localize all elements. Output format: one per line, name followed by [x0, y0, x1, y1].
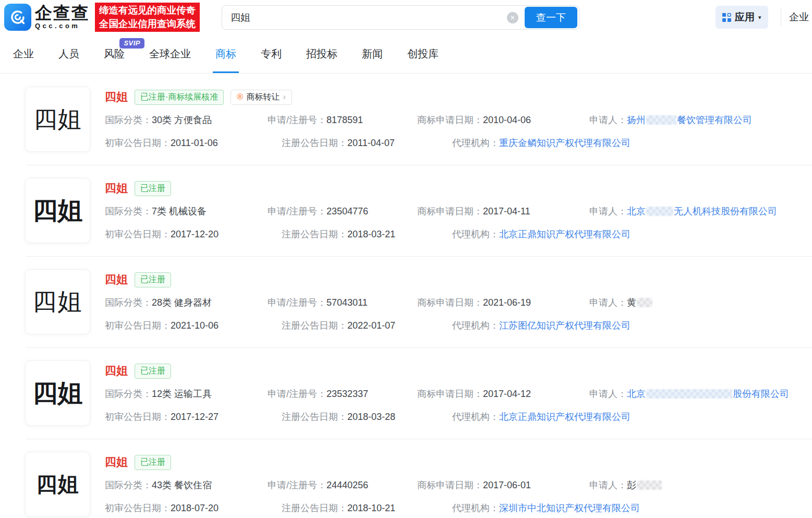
reg-no-value: 23504776	[326, 206, 368, 216]
apps-label: 应用	[735, 10, 755, 24]
agent-label: 代理机构：	[452, 412, 499, 422]
trademark-transfer-button[interactable]: ® 商标转让 ›	[231, 90, 292, 105]
applicant-name: 黄	[627, 297, 653, 308]
applicant-label: 申请人：	[589, 480, 627, 490]
trademark-result-row: 四姐 四姐 已注册 国际分类：43类 餐饮住宿 申请/注册号：24440256 …	[0, 439, 812, 518]
intl-class-label: 国际分类：	[105, 297, 152, 308]
applicant-link[interactable]: 扬州餐饮管理有限公司	[627, 115, 752, 125]
first-pub-value: 2021-10-06	[171, 320, 219, 331]
trademark-image[interactable]: 四姐	[25, 452, 90, 517]
brand-text: 企查查 Qcc.com	[35, 4, 90, 30]
trademark-info: 四姐 已注册 国际分类：28类 健身器材 申请/注册号：57043011 商标申…	[105, 272, 812, 332]
first-pub-label: 初审公告日期：	[105, 412, 171, 422]
search-input[interactable]	[222, 12, 507, 23]
first-pub-value: 2011-01-06	[171, 138, 218, 148]
agent-link[interactable]: 江苏图亿知识产权代理有限公司	[499, 320, 631, 331]
intl-class-value: 12类 运输工具	[152, 389, 212, 399]
trademark-title[interactable]: 四姐	[105, 363, 128, 379]
tab-vc[interactable]: 创投库	[407, 34, 439, 73]
apply-date-label: 商标申请日期：	[417, 115, 483, 125]
first-pub-label: 初审公告日期：	[105, 138, 171, 148]
tab-trademark[interactable]: 商标	[215, 34, 236, 73]
reg-pub-label: 注册公告日期：	[282, 412, 347, 422]
search-box: ✕ 查一下	[222, 5, 579, 30]
brand-name: 企查查	[35, 4, 90, 22]
slogan-banner: 缔造有远见的商业传奇 全国企业信用查询系统	[95, 3, 200, 32]
status-badge: 已注册	[135, 272, 171, 287]
apply-date-value: 2017-06-01	[483, 480, 531, 490]
chevron-down-icon: ▾	[758, 14, 761, 21]
reg-no-label: 申请/注册号：	[268, 480, 326, 490]
trademark-title[interactable]: 四姐	[105, 180, 128, 196]
trademark-image[interactable]: 四姐	[25, 178, 90, 243]
tab-risk[interactable]: 风险 SVIP	[104, 34, 125, 73]
tab-people[interactable]: 人员	[58, 34, 79, 73]
reg-pub-value: 2018-10-21	[347, 503, 395, 513]
trademark-result-row: 四姐 四姐 已注册 国际分类：12类 运输工具 申请/注册号：23532337 …	[0, 347, 812, 439]
first-pub-label: 初审公告日期：	[105, 320, 171, 331]
reg-no-value: 8178591	[326, 115, 363, 125]
trademark-result-row: 四姐 四姐 已注册 国际分类：7类 机械设备 申请/注册号：23504776 商…	[0, 165, 812, 256]
qcc-logo-icon	[4, 4, 31, 31]
tab-global-enterprise[interactable]: 全球企业	[149, 34, 191, 73]
agent-link[interactable]: 北京正鼎知识产权代理有限公司	[499, 412, 631, 422]
trademark-info: 四姐 已注册 国际分类：7类 机械设备 申请/注册号：23504776 商标申请…	[105, 180, 812, 240]
apply-date-value: 2021-06-19	[483, 297, 531, 308]
trademark-title[interactable]: 四姐	[105, 272, 128, 287]
registered-icon: ®	[237, 92, 243, 102]
trademark-image[interactable]: 四姐	[25, 360, 90, 426]
redacted-text	[646, 389, 732, 399]
redacted-text	[646, 115, 676, 125]
trademark-title[interactable]: 四姐	[105, 89, 128, 105]
trademark-image[interactable]: 四姐	[25, 87, 90, 152]
qcc-logo[interactable]: 企查查 Qcc.com	[4, 4, 90, 31]
search-button[interactable]: 查一下	[525, 7, 577, 28]
redacted-text	[637, 298, 652, 307]
tab-bidding[interactable]: 招投标	[306, 34, 337, 73]
reg-pub-value: 2011-04-07	[347, 138, 395, 148]
applicant-label: 申请人：	[589, 115, 627, 125]
first-pub-value: 2017-12-27	[171, 412, 219, 422]
reg-pub-value: 2022-01-07	[347, 320, 395, 331]
agent-link[interactable]: 北京正鼎知识产权代理有限公司	[499, 229, 631, 239]
trademark-result-row: 四姐 四姐 已注册·商标续展核准 ® 商标转让 › 国际分类：30类 方便食品 …	[0, 74, 812, 165]
applicant-link[interactable]: 北京无人机科技股份有限公司	[627, 206, 777, 216]
intl-class-value: 7类 机械设备	[152, 206, 207, 216]
enterprise-link[interactable]: 企业	[789, 10, 809, 24]
applicant-name: 彭	[627, 480, 662, 490]
intl-class-value: 28类 健身器材	[152, 297, 212, 308]
header-divider	[781, 8, 781, 26]
redacted-text	[646, 207, 673, 216]
applicant-label: 申请人：	[589, 206, 627, 216]
intl-class-label: 国际分类：	[105, 389, 152, 399]
reg-pub-value: 2018-03-21	[347, 229, 395, 239]
reg-no-value: 24440256	[326, 480, 368, 490]
intl-class-label: 国际分类：	[105, 206, 152, 216]
reg-pub-label: 注册公告日期：	[282, 138, 347, 148]
agent-link[interactable]: 深圳市中北知识产权代理有限公司	[499, 503, 640, 513]
applicant-link[interactable]: 北京股份有限公司	[627, 389, 789, 399]
status-badge: 已注册	[135, 181, 171, 196]
tab-patent[interactable]: 专利	[261, 34, 282, 73]
trademark-title[interactable]: 四姐	[105, 454, 128, 470]
first-pub-value: 2018-07-20	[171, 503, 219, 513]
reg-pub-label: 注册公告日期：	[282, 503, 347, 513]
apps-grid-icon	[722, 13, 731, 22]
status-badge: 已注册	[135, 455, 171, 470]
svip-badge: SVIP	[119, 38, 144, 49]
redacted-text	[637, 480, 662, 490]
trademark-info: 四姐 已注册·商标续展核准 ® 商标转让 › 国际分类：30类 方便食品 申请/…	[105, 89, 812, 149]
status-badge: 已注册·商标续展核准	[135, 90, 224, 105]
transfer-label: 商标转让	[246, 92, 280, 103]
trademark-image[interactable]: 四姐	[25, 269, 90, 334]
agent-link[interactable]: 重庆金鳞知识产权代理有限公司	[499, 138, 631, 148]
tab-enterprise[interactable]: 企业	[13, 34, 34, 73]
reg-pub-label: 注册公告日期：	[282, 320, 347, 331]
brand-domain: Qcc.com	[35, 22, 90, 30]
trademark-info: 四姐 已注册 国际分类：43类 餐饮住宿 申请/注册号：24440256 商标申…	[105, 454, 812, 514]
intl-class-label: 国际分类：	[105, 480, 152, 490]
apps-menu-button[interactable]: 应用 ▾	[716, 6, 768, 29]
clear-search-icon[interactable]: ✕	[507, 12, 518, 23]
tab-news[interactable]: 新闻	[362, 34, 383, 73]
slogan-line2: 全国企业信用查询系统	[99, 17, 196, 31]
